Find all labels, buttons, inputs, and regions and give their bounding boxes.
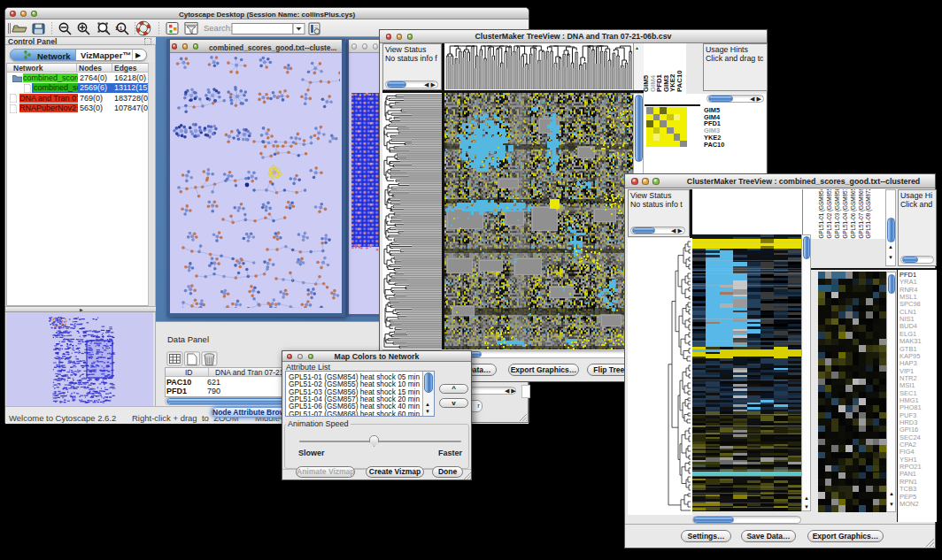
svg-text:GPL51-04 (GSM857): GPL51-04 (GSM857) <box>842 189 849 239</box>
svg-text:GPL51-03 (GSM856): GPL51-03 (GSM856) <box>834 189 841 239</box>
svg-text:GPL51-07 (GSM868): GPL51-07 (GSM868) <box>858 189 865 239</box>
svg-text:Search:: Search: <box>204 23 233 33</box>
svg-text:GPL51-01 (GSM854): GPL51-01 (GSM854) <box>818 189 825 239</box>
svg-text:GPL51-06 (GSM865): GPL51-06 (GSM865) <box>850 189 857 239</box>
svg-text:1:1: 1:1 <box>115 26 122 31</box>
svg-text:GPL51-08 (GSM872): GPL51-08 (GSM872) <box>865 189 872 239</box>
svg-text:PAC10: PAC10 <box>676 70 683 92</box>
svg-text:GPL51-02 (GSM855): GPL51-02 (GSM855) <box>826 189 833 239</box>
